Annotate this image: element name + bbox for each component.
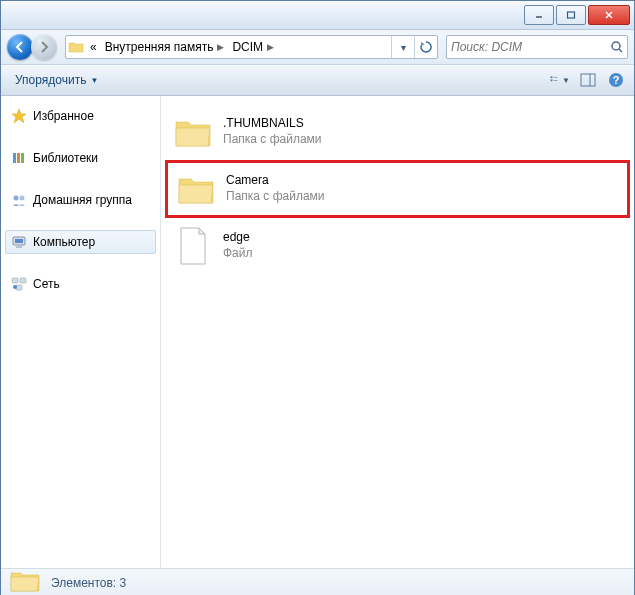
list-item[interactable]: .THUMBNAILSПапка с файлами: [165, 106, 630, 158]
sidebar-item-computer[interactable]: Компьютер: [5, 230, 156, 254]
search-icon[interactable]: [606, 36, 627, 58]
body: Избранное Библиотеки Домашняя группа: [1, 96, 634, 568]
list-item[interactable]: edgeФайл: [165, 220, 630, 272]
svg-rect-20: [15, 239, 23, 243]
crumb-label: Внутренняя память: [105, 40, 214, 54]
sidebar-label: Компьютер: [33, 235, 95, 249]
folder-icon: [9, 565, 41, 595]
help-button[interactable]: ?: [606, 70, 626, 90]
crumb-label: DCIM: [232, 40, 263, 54]
item-name: .THUMBNAILS: [223, 116, 322, 132]
search-box[interactable]: [446, 35, 628, 59]
search-input[interactable]: [447, 40, 606, 54]
svg-text:?: ?: [613, 74, 620, 86]
item-name: Camera: [226, 173, 325, 189]
item-desc: Папка с файлами: [226, 189, 325, 205]
sidebar-item-favorites[interactable]: Избранное: [5, 104, 156, 128]
content-pane[interactable]: .THUMBNAILSПапка с файламиCameraПапка с …: [161, 96, 634, 568]
sidebar-item-network[interactable]: Сеть: [5, 272, 156, 296]
breadcrumb-2[interactable]: DCIM ▶: [228, 36, 278, 58]
item-desc: Папка с файлами: [223, 132, 322, 148]
svg-rect-23: [20, 278, 26, 283]
file-icon: [173, 226, 213, 266]
libraries-icon: [11, 150, 27, 166]
svg-rect-10: [581, 74, 595, 86]
homegroup-icon: [11, 192, 27, 208]
sidebar: Избранное Библиотеки Домашняя группа: [1, 96, 161, 568]
svg-rect-8: [554, 77, 558, 78]
item-name: edge: [223, 230, 253, 246]
sidebar-label: Библиотеки: [33, 151, 98, 165]
svg-rect-9: [554, 80, 558, 81]
explorer-window: « Внутренняя память ▶ DCIM ▶ ▾: [0, 0, 635, 595]
svg-rect-14: [13, 153, 16, 163]
svg-rect-1: [568, 12, 575, 18]
svg-rect-22: [12, 278, 18, 283]
toolbar: Упорядочить ▼ ▼ ?: [1, 65, 634, 96]
breadcrumb-prefix[interactable]: «: [86, 36, 101, 58]
svg-rect-16: [21, 153, 24, 163]
item-desc: Файл: [223, 246, 253, 262]
nav-buttons: [7, 33, 61, 61]
breadcrumb-1[interactable]: Внутренняя память ▶: [101, 36, 229, 58]
organize-label: Упорядочить: [15, 73, 86, 87]
chevron-right-icon: ▶: [267, 42, 274, 52]
svg-rect-7: [551, 79, 553, 81]
view-mode-button[interactable]: ▼: [550, 70, 570, 90]
star-icon: [11, 108, 27, 124]
svg-point-17: [14, 196, 19, 201]
preview-pane-button[interactable]: [578, 70, 598, 90]
forward-button[interactable]: [31, 34, 57, 60]
folder-icon: [176, 169, 216, 209]
refresh-button[interactable]: [414, 36, 437, 58]
svg-point-18: [20, 196, 25, 201]
sidebar-item-libraries[interactable]: Библиотеки: [5, 146, 156, 170]
svg-point-25: [13, 285, 17, 289]
svg-line-5: [619, 49, 622, 52]
maximize-button[interactable]: [556, 5, 586, 25]
navbar: « Внутренняя память ▶ DCIM ▶ ▾: [1, 30, 634, 65]
computer-icon: [11, 234, 27, 250]
sidebar-label: Домашняя группа: [33, 193, 132, 207]
prefix-text: «: [90, 40, 97, 54]
address-dropdown[interactable]: ▾: [391, 36, 414, 58]
sidebar-label: Избранное: [33, 109, 94, 123]
back-button[interactable]: [7, 34, 33, 60]
chevron-right-icon: ▶: [217, 42, 224, 52]
svg-rect-15: [17, 153, 20, 163]
folder-icon: [173, 112, 213, 152]
titlebar: [1, 1, 634, 30]
folder-icon: [66, 37, 86, 57]
status-text: Элементов: 3: [51, 576, 126, 590]
svg-point-4: [612, 42, 620, 50]
sidebar-label: Сеть: [33, 277, 60, 291]
network-icon: [11, 276, 27, 292]
list-item[interactable]: CameraПапка с файлами: [165, 160, 630, 218]
chevron-down-icon: ▼: [90, 76, 98, 85]
minimize-button[interactable]: [524, 5, 554, 25]
organize-button[interactable]: Упорядочить ▼: [9, 71, 104, 89]
statusbar: Элементов: 3: [1, 568, 634, 595]
svg-rect-6: [551, 76, 553, 78]
svg-rect-21: [16, 246, 22, 248]
sidebar-item-homegroup[interactable]: Домашняя группа: [5, 188, 156, 212]
address-bar[interactable]: « Внутренняя память ▶ DCIM ▶ ▾: [65, 35, 438, 59]
close-button[interactable]: [588, 5, 630, 25]
